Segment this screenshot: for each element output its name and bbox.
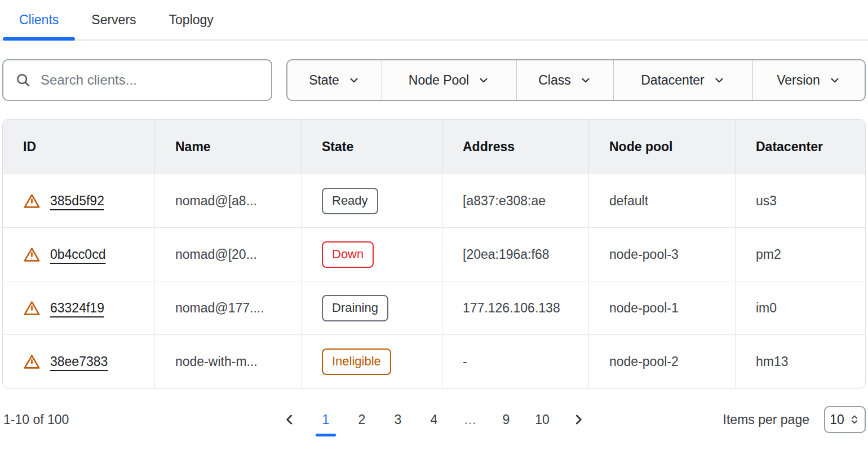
search-icon <box>15 72 32 89</box>
stepper-icon <box>849 413 860 426</box>
items-per-page-select[interactable]: 10 <box>824 406 866 433</box>
page-button-9[interactable]: 9 <box>488 412 524 427</box>
column-header-state: State <box>301 120 442 174</box>
items-per-page: Items per page 10 <box>723 406 866 433</box>
page-ellipsis: … <box>452 412 488 427</box>
client-address: - <box>442 335 588 388</box>
chevron-right-icon <box>571 412 586 427</box>
client-address: 177.126.106.138 <box>442 281 588 334</box>
page-button-2[interactable]: 2 <box>344 412 380 427</box>
page-button-1[interactable]: 1 <box>308 412 344 427</box>
pager: 1 2 3 4 … 9 10 <box>272 412 596 427</box>
previous-page-button[interactable] <box>272 412 308 427</box>
column-header-name: Name <box>154 120 301 174</box>
column-header-id: ID <box>3 120 154 174</box>
chevron-down-icon <box>348 74 360 86</box>
tab-bar: Clients Servers Toplogy <box>0 0 868 41</box>
client-address: [20ea:196a:f68 <box>442 228 588 281</box>
chevron-down-icon <box>713 74 725 86</box>
page-button-10[interactable]: 10 <box>524 412 560 427</box>
column-header-datacenter: Datacenter <box>735 120 865 174</box>
state-badge: Ineligible <box>322 348 391 375</box>
chevron-down-icon <box>829 74 841 86</box>
client-node-pool: default <box>588 174 735 227</box>
search-input[interactable] <box>41 72 260 88</box>
filter-node-pool[interactable]: Node Pool <box>382 60 516 100</box>
state-badge: Down <box>322 241 374 268</box>
warning-icon <box>23 246 41 263</box>
filter-version-label: Version <box>777 73 820 88</box>
state-badge: Draining <box>322 295 388 321</box>
results-range-label: 1-10 of 100 <box>2 412 69 427</box>
controls-row: State Node Pool Class Datacenter Version <box>2 59 866 101</box>
items-per-page-value: 10 <box>830 412 844 427</box>
items-per-page-label: Items per page <box>723 412 809 427</box>
chevron-down-icon <box>579 74 592 86</box>
client-id-link[interactable]: 63324f19 <box>50 301 104 316</box>
client-datacenter: im0 <box>735 281 865 334</box>
warning-icon <box>23 299 41 317</box>
chevron-left-icon <box>282 412 297 427</box>
client-id-link[interactable]: 0b4cc0cd <box>50 247 105 262</box>
client-id-link[interactable]: 38ee7383 <box>50 354 108 369</box>
filter-class-label: Class <box>538 73 571 88</box>
filter-node-pool-label: Node Pool <box>409 73 469 88</box>
client-node-pool: node-pool-1 <box>588 281 735 334</box>
search-box[interactable] <box>2 59 272 101</box>
warning-icon <box>23 192 41 210</box>
table-header-row: ID Name State Address Node pool Datacent… <box>3 120 865 174</box>
column-header-node-pool: Node pool <box>588 120 735 174</box>
warning-icon <box>23 353 41 370</box>
filter-version[interactable]: Version <box>752 60 865 100</box>
filter-datacenter-label: Datacenter <box>641 73 705 88</box>
chevron-down-icon <box>477 74 490 86</box>
table-row: 385d5f92 nomad@[a8... Ready [a837:e308:a… <box>3 174 865 227</box>
page-button-3[interactable]: 3 <box>380 412 416 427</box>
filter-class[interactable]: Class <box>516 60 613 100</box>
tab-topology[interactable]: Toplogy <box>153 0 230 39</box>
tab-servers-label: Servers <box>91 12 136 28</box>
client-name: node-with-m... <box>154 335 301 388</box>
client-node-pool: node-pool-3 <box>588 228 735 281</box>
table-row: 0b4cc0cd nomad@[20... Down [20ea:196a:f6… <box>3 227 865 281</box>
page-button-4[interactable]: 4 <box>416 412 452 427</box>
tab-topology-label: Toplogy <box>169 12 214 28</box>
client-datacenter: us3 <box>735 174 865 227</box>
client-name: nomad@[20... <box>154 228 301 281</box>
client-id-link[interactable]: 385d5f92 <box>50 193 104 209</box>
table-row: 63324f19 nomad@177.... Draining 177.126.… <box>3 281 865 334</box>
clients-table: ID Name State Address Node pool Datacent… <box>2 119 866 389</box>
client-address: [a837:e308:ae <box>442 174 588 227</box>
client-name: nomad@[a8... <box>154 174 301 227</box>
client-node-pool: node-pool-2 <box>588 335 735 388</box>
pagination-bar: 1-10 of 100 1 2 3 4 … 9 10 Items per pag… <box>2 389 866 450</box>
tab-clients-label: Clients <box>19 12 59 28</box>
client-name: nomad@177.... <box>154 281 301 334</box>
filter-datacenter[interactable]: Datacenter <box>613 60 752 100</box>
client-datacenter: hm13 <box>735 335 865 388</box>
column-header-address: Address <box>442 120 588 174</box>
tab-clients[interactable]: Clients <box>3 0 75 39</box>
filter-state[interactable]: State <box>287 60 382 100</box>
client-datacenter: pm2 <box>735 228 865 281</box>
filter-state-label: State <box>309 73 339 88</box>
tab-servers[interactable]: Servers <box>75 0 152 39</box>
next-page-button[interactable] <box>560 412 596 427</box>
table-row: 38ee7383 node-with-m... Ineligible - nod… <box>3 334 865 388</box>
filter-group: State Node Pool Class Datacenter Version <box>286 59 866 101</box>
state-badge: Ready <box>322 188 378 214</box>
